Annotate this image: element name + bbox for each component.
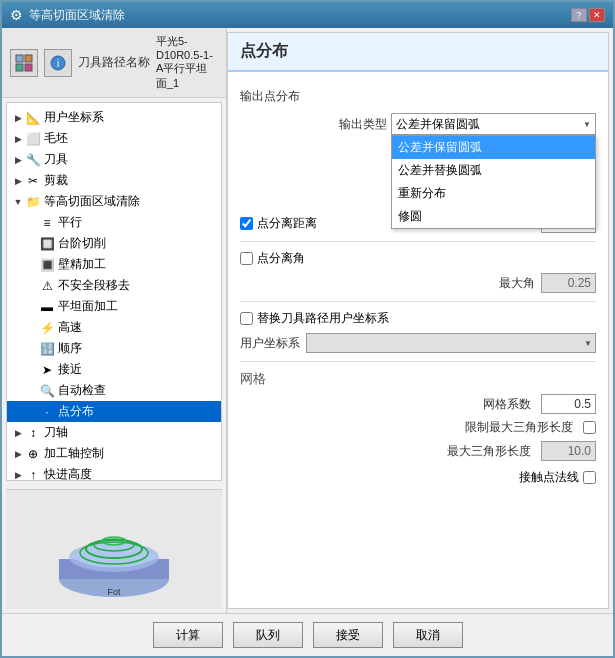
tree-item-blank[interactable]: ▶ ⬜ 毛坯: [7, 128, 221, 149]
tree-item-point-dist[interactable]: · 点分布: [7, 401, 221, 422]
tree-panel[interactable]: ▶ 📐 用户坐标系 ▶ ⬜ 毛坯 ▶ 🔧 刀具 ▶ ✂ 剪裁: [6, 102, 222, 481]
step-cut-icon: 🔲: [39, 236, 55, 252]
tree-label: 快进高度: [44, 466, 92, 481]
tree-item-auto-check[interactable]: 🔍 自动检查: [7, 380, 221, 401]
tree-item-rapid-height[interactable]: ▶ ↑ 快进高度: [7, 464, 221, 481]
tree-item-high-speed[interactable]: ⚡ 高速: [7, 317, 221, 338]
tree-item-axis-ctrl[interactable]: ▶ ⊕ 加工轴控制: [7, 443, 221, 464]
tree-item-parallel[interactable]: ≡ 平行: [7, 212, 221, 233]
replace-coords-row: 替换刀具路径用户坐标系: [240, 310, 596, 327]
grid-factor-input[interactable]: [541, 394, 596, 414]
expander: [25, 258, 39, 272]
tree-item-user-coords[interactable]: ▶ 📐 用户坐标系: [7, 107, 221, 128]
contact-checkbox[interactable]: [583, 471, 596, 484]
help-button[interactable]: ?: [571, 8, 587, 22]
accept-button[interactable]: 接受: [313, 622, 383, 648]
point-sep-checkbox[interactable]: [240, 217, 253, 230]
folder-icon: 📁: [25, 194, 41, 210]
dropdown-menu[interactable]: 公差并保留圆弧 公差并替换圆弧 重新分布 修圆: [391, 135, 596, 229]
dropdown-value: 公差并保留圆弧: [396, 116, 480, 133]
max-angle-label: 最大角: [499, 275, 535, 292]
tree-label: 用户坐标系: [44, 109, 104, 126]
rapid-height-icon: ↑: [25, 467, 41, 482]
tree-item-tool[interactable]: ▶ 🔧 刀具: [7, 149, 221, 170]
unsafe-remove-icon: ⚠: [39, 278, 55, 294]
icon-btn-2[interactable]: i: [44, 49, 72, 77]
user-coords-label: 用户坐标系: [240, 335, 300, 352]
svg-rect-2: [16, 64, 23, 71]
tree-label: 加工轴控制: [44, 445, 104, 462]
max-tri-length-row: 最大三角形长度: [240, 441, 596, 461]
tree-label: 平坦面加工: [58, 298, 118, 315]
left-panel: i 刀具路径名称 平光5-D10R0.5-1-A平行平坦面_1 ▶ 📐 用户坐标…: [2, 28, 227, 613]
max-tri-length-label: 最大三角形长度: [447, 443, 531, 460]
tree-item-wall-finish[interactable]: 🔳 壁精加工: [7, 254, 221, 275]
toolbar-row: i 刀具路径名称 平光5-D10R0.5-1-A平行平坦面_1: [2, 28, 226, 98]
path-label: 刀具路径名称: [78, 54, 150, 71]
main-content: i 刀具路径名称 平光5-D10R0.5-1-A平行平坦面_1 ▶ 📐 用户坐标…: [2, 28, 613, 613]
tree-item-knife-axis[interactable]: ▶ ↕ 刀轴: [7, 422, 221, 443]
dropdown-option-3[interactable]: 重新分布: [392, 182, 595, 205]
tree-item-approach[interactable]: ➤ 接近: [7, 359, 221, 380]
tree-label: 台阶切削: [58, 235, 106, 252]
expander: [25, 279, 39, 293]
user-coords-row: 用户坐标系 ▼: [240, 333, 596, 353]
tree-label: 高速: [58, 319, 82, 336]
tree-label: 平行: [58, 214, 82, 231]
order-icon: 🔢: [39, 341, 55, 357]
limit-max-tri-checkbox[interactable]: [583, 421, 596, 434]
tree-item-equal-high[interactable]: ▼ 📁 等高切面区域清除: [7, 191, 221, 212]
title-bar: ⚙ 等高切面区域清除 ? ✕: [2, 2, 613, 28]
expander: [25, 405, 39, 419]
expander: ▶: [11, 426, 25, 440]
window-title: 等高切面区域清除: [29, 7, 125, 24]
expander: [25, 300, 39, 314]
grid-factor-row: 网格系数: [240, 394, 596, 414]
max-tri-length-input: [541, 441, 596, 461]
replace-coords-checkbox[interactable]: [240, 312, 253, 325]
tree-label: 刀具: [44, 151, 68, 168]
point-sep-label: 点分离距离: [257, 215, 317, 232]
replace-coords-label: 替换刀具路径用户坐标系: [257, 310, 389, 327]
window-icon: ⚙: [10, 7, 23, 23]
dropdown-option-2[interactable]: 公差并替换圆弧: [392, 159, 595, 182]
expander: [25, 342, 39, 356]
title-bar-left: ⚙ 等高切面区域清除: [10, 7, 125, 24]
expander: [25, 384, 39, 398]
title-bar-controls: ? ✕: [571, 8, 605, 22]
dropdown-option-1[interactable]: 公差并保留圆弧: [392, 136, 595, 159]
separator-2: [240, 301, 596, 302]
dropdown-option-4[interactable]: 修圆: [392, 205, 595, 228]
auto-check-icon: 🔍: [39, 383, 55, 399]
output-type-dropdown[interactable]: 公差并保留圆弧: [391, 113, 596, 135]
grid-section-title: 网格: [240, 370, 596, 388]
output-type-dropdown-wrapper[interactable]: 公差并保留圆弧 公差并保留圆弧 公差并替换圆弧 重新分布 修圆: [391, 113, 596, 135]
blank-icon: ⬜: [25, 131, 41, 147]
expander: [25, 237, 39, 251]
tree-item-step-cut[interactable]: 🔲 台阶切削: [7, 233, 221, 254]
queue-button[interactable]: 队列: [233, 622, 303, 648]
compute-button[interactable]: 计算: [153, 622, 223, 648]
svg-rect-1: [25, 55, 32, 62]
icon-btn-1[interactable]: [10, 49, 38, 77]
tree-item-unsafe-remove[interactable]: ⚠ 不安全段移去: [7, 275, 221, 296]
tree-label: 自动检查: [58, 382, 106, 399]
close-button[interactable]: ✕: [589, 8, 605, 22]
bottom-bar: 计算 队列 接受 取消: [2, 613, 613, 656]
separator-1: [240, 241, 596, 242]
separator-3: [240, 361, 596, 362]
tree-label: 等高切面区域清除: [44, 193, 140, 210]
limit-max-tri-label: 限制最大三角形长度: [465, 419, 573, 436]
expander: ▶: [11, 447, 25, 461]
flat-face-icon: ▬: [39, 299, 55, 315]
point-corner-checkbox[interactable]: [240, 252, 253, 265]
tree-item-order[interactable]: 🔢 顺序: [7, 338, 221, 359]
tree-label: 剪裁: [44, 172, 68, 189]
expander: ▶: [11, 111, 25, 125]
limit-max-tri-row: 限制最大三角形长度: [240, 419, 596, 436]
cancel-button[interactable]: 取消: [393, 622, 463, 648]
tree-item-cut[interactable]: ▶ ✂ 剪裁: [7, 170, 221, 191]
expander: ▶: [11, 174, 25, 188]
expander: [25, 363, 39, 377]
tree-item-flat-face[interactable]: ▬ 平坦面加工: [7, 296, 221, 317]
